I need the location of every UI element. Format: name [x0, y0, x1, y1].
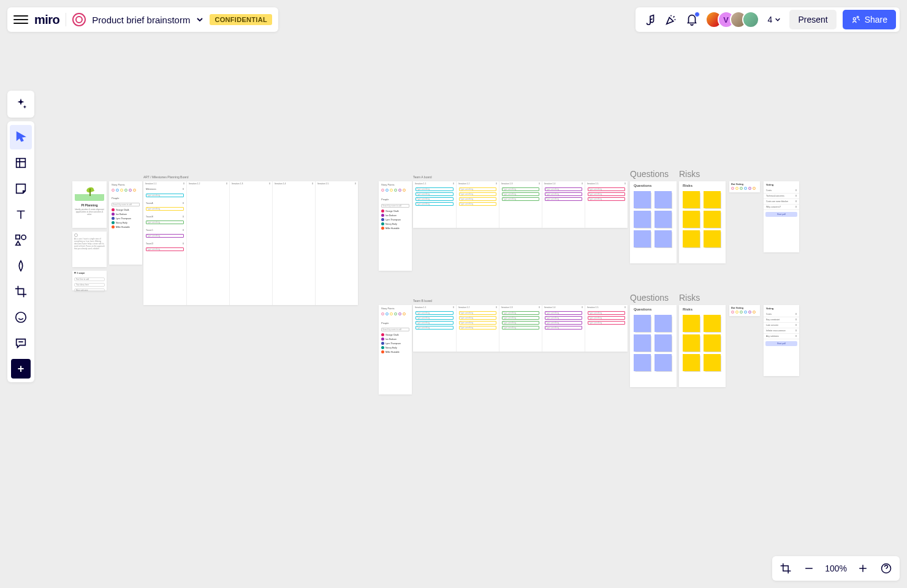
input-card[interactable]: Type something [416, 202, 454, 206]
input-card[interactable]: Type something [459, 197, 496, 201]
input-card[interactable]: Type something [545, 197, 582, 201]
sticky-note[interactable] [683, 354, 700, 371]
voting-panel-b[interactable]: Voting Costs0 Key constraint0 Late conce… [764, 305, 799, 376]
sticky-note[interactable] [634, 211, 651, 228]
input-card[interactable]: Type something [502, 316, 539, 320]
risks-panel-b[interactable]: Risks [679, 305, 726, 387]
sticky-note[interactable] [634, 354, 651, 371]
input-card[interactable]: Type something [502, 326, 539, 330]
team-a-board[interactable]: Iteration 1.10 Type something Type somet… [413, 181, 628, 228]
voting-panel-a[interactable]: Voting Costs0 Technical concerns0 Costs … [764, 181, 799, 252]
team-b-board[interactable]: Iteration 1.10 Type something Type somet… [413, 305, 628, 352]
input-card[interactable]: Type something [416, 311, 454, 315]
sticky-note[interactable] [655, 334, 672, 352]
input-card[interactable]: Type something [545, 192, 582, 196]
list-item[interactable]: Feel free to add [74, 277, 105, 281]
list-item[interactable]: Any solutions0 [764, 334, 799, 339]
input-card[interactable]: Type something [146, 207, 184, 211]
input-card[interactable]: Type something [416, 326, 454, 330]
team-a-sidebar[interactable]: Story Points People Search by name to ad… [379, 181, 412, 271]
sticky-note[interactable] [634, 334, 651, 352]
list-item[interactable]: Costs0 [764, 312, 799, 317]
input-card[interactable]: Type something [459, 202, 496, 206]
input-card[interactable]: Type something [588, 187, 625, 191]
art-sidebar[interactable]: Story Points People Search by name to ad… [109, 181, 142, 265]
input-card[interactable]: Type something [545, 316, 582, 320]
voting-header-a[interactable]: Dot Voting [729, 181, 760, 192]
input-card[interactable]: Type something [545, 187, 582, 191]
input-card[interactable]: Type something [416, 316, 454, 320]
input-card[interactable]: Type something [146, 194, 184, 197]
search-input[interactable]: Search by name to add [381, 328, 409, 331]
questions-panel-a[interactable]: Questions [630, 181, 677, 263]
sticky-note[interactable] [704, 354, 721, 371]
risks-panel-a[interactable]: Risks [679, 181, 726, 263]
voting-header-b[interactable]: Dot Voting [729, 305, 760, 316]
list-item[interactable]: More welcome [74, 288, 105, 292]
sticky-note[interactable] [683, 211, 700, 228]
input-card[interactable]: Type something [459, 316, 496, 320]
input-card[interactable]: Type something [588, 192, 625, 196]
pi-planning-card[interactable]: PI Planning Identify priorities & create… [72, 181, 107, 228]
input-card[interactable]: Type something [502, 192, 539, 196]
input-card[interactable]: Type something [502, 321, 539, 325]
sticky-note[interactable] [704, 334, 721, 352]
sticky-note[interactable] [634, 230, 651, 247]
sticky-note[interactable] [655, 211, 672, 228]
sticky-note[interactable] [704, 315, 721, 332]
sticky-note[interactable] [704, 211, 721, 228]
input-card[interactable]: Type something [502, 197, 539, 201]
list-item[interactable]: Key constraint0 [764, 317, 799, 323]
sticky-note[interactable] [655, 354, 672, 371]
sticky-note[interactable] [704, 191, 721, 208]
questions-panel-b[interactable]: Questions [630, 305, 677, 387]
list-item[interactable]: Why concerns?0 [764, 205, 799, 210]
input-card[interactable]: Type something [459, 321, 496, 325]
input-card[interactable]: Type something [502, 187, 539, 191]
input-card[interactable]: Type something [459, 326, 496, 330]
search-input[interactable]: Search by name to add [112, 203, 140, 206]
sticky-note[interactable] [655, 315, 672, 332]
team-b-sidebar[interactable]: Story Points People Search by name to ad… [379, 305, 412, 394]
input-card[interactable]: Type something [146, 234, 184, 238]
input-card[interactable]: Type something [545, 311, 582, 315]
list-item[interactable]: Costs are none blocker0 [764, 199, 799, 205]
input-card[interactable]: Type something [416, 321, 454, 325]
canvas[interactable]: PI Planning Identify priorities & create… [0, 0, 907, 588]
list-item[interactable]: Infinite reoccurrence0 [764, 328, 799, 334]
sticky-note[interactable] [634, 315, 651, 332]
notes-card[interactable]: As a user, I want a single view of every… [72, 232, 107, 267]
input-card[interactable]: Type something [416, 187, 454, 191]
input-card[interactable]: Type something [416, 192, 454, 196]
input-card[interactable]: Type something [459, 187, 496, 191]
input-card[interactable]: Type something [588, 316, 625, 320]
sticky-note[interactable] [655, 191, 672, 208]
start-poll-button[interactable]: Start poll [765, 341, 797, 346]
input-card[interactable]: Type something [416, 197, 454, 201]
sticky-note[interactable] [683, 315, 700, 332]
sticky-note[interactable] [683, 230, 700, 247]
sticky-note[interactable] [683, 334, 700, 352]
start-poll-button[interactable]: Start poll [765, 212, 797, 217]
input-card[interactable]: Type something [459, 192, 496, 196]
search-input[interactable]: Search by name to add [381, 204, 409, 208]
sticky-note[interactable] [683, 191, 700, 208]
sticky-note[interactable] [655, 230, 672, 247]
sticky-note[interactable] [704, 230, 721, 247]
art-board[interactable]: Iteration 1.10 Milestones0 Type somethin… [143, 181, 358, 305]
list-item[interactable]: Your ideas here [74, 283, 105, 287]
input-card[interactable]: Type something [545, 321, 582, 325]
list-item[interactable]: Late concern0 [764, 323, 799, 328]
input-card[interactable]: Type something [502, 311, 539, 315]
input-card[interactable]: Type something [588, 321, 625, 325]
input-card[interactable]: Type something [146, 221, 184, 224]
input-card[interactable]: Type something [545, 326, 582, 330]
scope-card[interactable]: PI 1 scope Feel free to add Your ideas h… [72, 271, 107, 290]
input-card[interactable]: Type something [588, 311, 625, 315]
list-item[interactable]: Technical concerns0 [764, 194, 799, 199]
list-item[interactable]: Costs0 [764, 188, 799, 194]
sticky-note[interactable] [634, 191, 651, 208]
input-card[interactable]: Type something [459, 311, 496, 315]
input-card[interactable]: Type something [588, 197, 625, 201]
input-card[interactable]: Type something [146, 247, 184, 251]
